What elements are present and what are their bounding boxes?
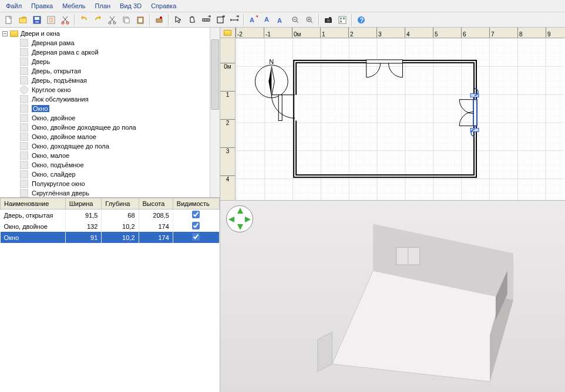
ruler-v-tick: 2 bbox=[220, 119, 235, 126]
nav-3d-control[interactable] bbox=[226, 205, 253, 232]
cell-visible bbox=[173, 209, 219, 221]
col-width[interactable]: Ширина bbox=[65, 198, 102, 209]
nav-left-icon[interactable] bbox=[228, 217, 234, 222]
preferences2-button[interactable] bbox=[336, 13, 349, 26]
catalog-item[interactable]: Окно, двойное bbox=[19, 113, 217, 123]
save-button[interactable] bbox=[31, 13, 43, 26]
svg-text:A: A bbox=[277, 17, 282, 24]
catalog-item[interactable]: Окно, слайдер bbox=[19, 170, 217, 179]
folder-icon bbox=[224, 30, 231, 36]
table-row[interactable]: Окно, двойное13210,2174 bbox=[1, 221, 220, 232]
cut-button[interactable] bbox=[59, 13, 72, 26]
table-row[interactable]: Дверь, открытая91,568208,5 bbox=[1, 209, 220, 221]
select-tool-button[interactable] bbox=[171, 13, 184, 26]
cell-depth: 10,2 bbox=[102, 221, 139, 232]
catalog-item[interactable]: Окно, двойное доходящее до пола bbox=[19, 123, 217, 132]
catalog-item[interactable]: Окно bbox=[19, 104, 217, 113]
camera-button[interactable] bbox=[322, 13, 335, 26]
col-visible[interactable]: Видимость bbox=[173, 198, 219, 209]
cell-depth: 10,2 bbox=[102, 232, 139, 243]
catalog-item-label: Дверь, подъёмная bbox=[32, 77, 87, 84]
vertical-ruler: 0м1234 bbox=[220, 38, 236, 200]
zoom-out-button[interactable] bbox=[289, 13, 302, 26]
text-large-button[interactable]: A bbox=[275, 13, 288, 26]
col-depth[interactable]: Глубина bbox=[102, 198, 139, 209]
catalog-item-thumb bbox=[20, 86, 28, 94]
cell-height: 174 bbox=[139, 221, 173, 232]
catalog-folder-header[interactable]: − Двери и окна bbox=[2, 29, 217, 38]
preferences-button[interactable] bbox=[45, 13, 58, 26]
nav-up-icon[interactable] bbox=[237, 208, 243, 214]
room-tool-button[interactable]: + bbox=[214, 13, 227, 26]
svg-text:+: + bbox=[222, 15, 225, 19]
ruler-corner[interactable] bbox=[220, 28, 236, 38]
catalog-item[interactable]: Дверь, открытая bbox=[19, 66, 217, 76]
catalog-item[interactable]: Окно, доходящее до пола bbox=[19, 141, 217, 151]
catalog-item[interactable]: Дверная рама с аркой bbox=[19, 48, 217, 57]
col-name[interactable]: Наименование bbox=[1, 198, 66, 209]
catalog-item[interactable]: Полукруглое окно bbox=[19, 179, 217, 188]
svg-rect-32 bbox=[340, 21, 342, 22]
cell-visible bbox=[173, 232, 219, 243]
col-height[interactable]: Высота bbox=[139, 198, 173, 209]
toolbar-separator bbox=[149, 14, 150, 26]
svg-rect-41 bbox=[366, 60, 403, 63]
visibility-checkbox[interactable] bbox=[192, 222, 200, 229]
toolbar-separator bbox=[168, 14, 169, 26]
add-furniture-button[interactable] bbox=[153, 13, 166, 26]
redo-button[interactable] bbox=[92, 13, 105, 26]
catalog-item[interactable]: Скруглённая дверь bbox=[19, 188, 217, 198]
view3d-panel[interactable] bbox=[220, 201, 565, 392]
catalog-item-label: Люк обслуживания bbox=[32, 96, 89, 103]
visibility-checkbox[interactable] bbox=[192, 233, 200, 241]
paste-button[interactable] bbox=[134, 13, 147, 26]
nav-down-icon[interactable] bbox=[237, 224, 243, 230]
cell-visible bbox=[173, 221, 219, 232]
menu-edit[interactable]: Правка bbox=[28, 1, 56, 11]
menu-view3d[interactable]: Вид 3D bbox=[116, 1, 145, 11]
svg-rect-28 bbox=[329, 17, 331, 18]
visibility-checkbox[interactable] bbox=[192, 211, 200, 218]
zoom-in-button[interactable] bbox=[303, 13, 316, 26]
catalog-item-thumb bbox=[20, 76, 28, 85]
catalog-item[interactable]: Окно, подъёмное bbox=[19, 160, 217, 170]
catalog-item-label: Дверная рама bbox=[32, 39, 75, 46]
plan-view-panel[interactable]: -2-10м123456789 0м1234 bbox=[220, 28, 565, 201]
catalog-item-label: Полукруглое окно bbox=[32, 180, 85, 187]
dimension-tool-button[interactable]: + bbox=[228, 13, 241, 26]
plan-canvas[interactable]: N bbox=[236, 38, 565, 200]
catalog-item[interactable]: Дверная рама bbox=[19, 38, 217, 48]
svg-point-27 bbox=[327, 19, 330, 22]
catalog-item-thumb bbox=[20, 123, 28, 131]
left-column: − Двери и окна Дверная рамаДверная рама … bbox=[0, 28, 220, 392]
table-row[interactable]: Окно9110,2174 bbox=[1, 232, 220, 243]
wall-tool-button[interactable]: + bbox=[200, 13, 213, 26]
catalog-item[interactable]: Дверь bbox=[19, 57, 217, 66]
ruler-h-tick: 1 bbox=[320, 28, 325, 38]
catalog-scrollbar[interactable] bbox=[210, 28, 220, 197]
open-file-button[interactable] bbox=[16, 13, 29, 26]
catalog-item[interactable]: Люк обслуживания bbox=[19, 94, 217, 104]
help-button[interactable]: ? bbox=[355, 13, 368, 26]
copy-button[interactable] bbox=[120, 13, 133, 26]
catalog-item-thumb bbox=[20, 114, 28, 122]
catalog-item[interactable]: Дверь, подъёмная bbox=[19, 76, 217, 85]
pan-tool-button[interactable] bbox=[186, 13, 199, 26]
catalog-item-label: Окно, подъёмное bbox=[32, 161, 84, 168]
svg-rect-13 bbox=[139, 18, 142, 22]
collapse-icon[interactable]: − bbox=[2, 31, 8, 36]
menu-plan[interactable]: План bbox=[92, 1, 115, 11]
cut2-button[interactable] bbox=[106, 13, 119, 26]
menu-file[interactable]: Файл bbox=[2, 1, 25, 11]
catalog-item[interactable]: Круглое окно bbox=[19, 85, 217, 94]
catalog-item[interactable]: Окно, малое bbox=[19, 151, 217, 160]
menu-help[interactable]: Справка bbox=[147, 1, 180, 11]
catalog-item-thumb bbox=[20, 104, 28, 113]
new-file-button[interactable] bbox=[2, 13, 15, 26]
text-small-button[interactable]: A bbox=[261, 13, 274, 26]
menu-furniture[interactable]: Мебель bbox=[59, 1, 89, 11]
catalog-item[interactable]: Окно, двойное малое bbox=[19, 132, 217, 141]
text-tool-button[interactable]: A+ bbox=[247, 13, 260, 26]
undo-button[interactable] bbox=[78, 13, 90, 26]
nav-right-icon[interactable] bbox=[245, 217, 251, 222]
